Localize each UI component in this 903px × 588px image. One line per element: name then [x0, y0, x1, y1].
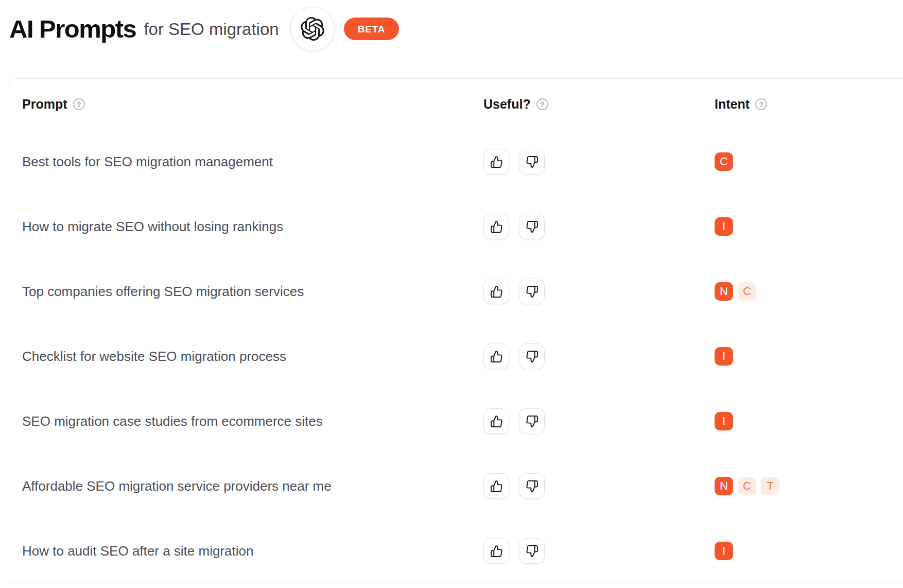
thumbs-down-icon	[526, 545, 539, 558]
table-bottom-divider	[8, 583, 903, 583]
prompt-cell: Affordable SEO migration service provide…	[22, 478, 483, 494]
prompt-cell: How to audit SEO after a site migration	[22, 543, 483, 559]
thumbs-down-button[interactable]	[519, 149, 545, 175]
thumbs-down-button[interactable]	[519, 473, 545, 499]
page-subtitle: for SEO migration	[144, 21, 279, 38]
thumbs-down-icon	[526, 285, 539, 298]
useful-cell	[483, 408, 715, 434]
prompt-cell: Checklist for website SEO migration proc…	[22, 349, 483, 365]
intent-badge-i: I	[715, 542, 733, 560]
intent-badge-i: I	[715, 412, 733, 430]
table-row: How to audit SEO after a site migration …	[8, 518, 903, 583]
thumbs-up-button[interactable]	[483, 343, 509, 369]
page-header: AI Prompts for SEO migration BETA	[9, 5, 399, 53]
prompts-card: Prompt ? Useful? ? Intent ? Best tools f…	[8, 78, 903, 588]
intent-badge-t: T	[761, 477, 779, 495]
prompt-cell: Top companies offering SEO migration ser…	[22, 284, 483, 300]
thumbs-down-icon	[526, 480, 539, 493]
useful-cell	[483, 343, 715, 369]
thumbs-down-button[interactable]	[519, 408, 545, 434]
thumbs-up-icon	[490, 480, 503, 493]
beta-badge: BETA	[344, 18, 400, 40]
intent-cell: I	[715, 542, 903, 560]
intent-badge-i: I	[715, 217, 733, 236]
prompt-text: How to audit SEO after a site migration	[22, 543, 253, 559]
intent-badge-i: I	[715, 347, 733, 366]
thumbs-up-button[interactable]	[483, 214, 509, 239]
useful-cell	[483, 279, 715, 304]
thumbs-up-button[interactable]	[483, 149, 509, 175]
column-intent: Intent ?	[715, 97, 903, 112]
intent-cell: I	[715, 412, 903, 430]
table-row: Best tools for SEO migration management …	[8, 129, 903, 194]
ai-prompts-page: AI Prompts for SEO migration BETA Prompt…	[0, 0, 903, 588]
table-body: Best tools for SEO migration management …	[8, 129, 903, 583]
prompt-text: Checklist for website SEO migration proc…	[22, 349, 286, 364]
intent-badge-n: N	[715, 282, 733, 301]
prompt-cell: Best tools for SEO migration management	[22, 154, 483, 170]
useful-cell	[483, 538, 715, 564]
table-row: Top companies offering SEO migration ser…	[8, 259, 903, 324]
thumbs-up-button[interactable]	[483, 473, 509, 499]
column-prompt: Prompt ?	[22, 97, 483, 112]
prompt-text: SEO migration case studies from ecommerc…	[22, 413, 323, 429]
intent-badge-c: C	[738, 282, 756, 301]
intent-cell: I	[715, 347, 903, 366]
intent-badge-c: C	[738, 477, 756, 495]
table-header: Prompt ? Useful? ? Intent ?	[8, 79, 903, 129]
intent-cell: NCT	[715, 477, 903, 495]
prompt-cell: How to migrate SEO without losing rankin…	[22, 219, 483, 235]
column-useful: Useful? ?	[483, 97, 715, 112]
thumbs-up-button[interactable]	[483, 408, 509, 434]
intent-cell: NC	[715, 282, 903, 301]
thumbs-down-icon	[526, 350, 539, 363]
useful-cell	[483, 214, 715, 239]
column-label-useful: Useful?	[483, 97, 531, 112]
thumbs-down-icon	[526, 155, 539, 168]
useful-help-icon[interactable]: ?	[536, 98, 548, 110]
thumbs-up-button[interactable]	[483, 538, 509, 564]
thumbs-up-button[interactable]	[483, 279, 509, 304]
thumbs-down-button[interactable]	[519, 279, 545, 304]
column-label-intent: Intent	[715, 97, 750, 112]
intent-cell: C	[715, 152, 903, 171]
table-row: Affordable SEO migration service provide…	[8, 454, 903, 518]
openai-logo-icon	[290, 7, 335, 51]
intent-badge-n: N	[715, 477, 733, 495]
page-title: AI Prompts	[9, 16, 136, 42]
intent-cell: I	[715, 217, 903, 236]
prompt-text: Best tools for SEO migration management	[22, 154, 273, 169]
thumbs-down-icon	[526, 415, 539, 428]
thumbs-down-icon	[526, 220, 539, 233]
thumbs-down-button[interactable]	[519, 214, 545, 239]
thumbs-up-icon	[490, 350, 503, 363]
intent-badge-c: C	[715, 152, 733, 171]
thumbs-up-icon	[490, 545, 503, 558]
prompt-cell: SEO migration case studies from ecommerc…	[22, 413, 483, 429]
intent-help-icon[interactable]: ?	[755, 98, 767, 110]
thumbs-down-button[interactable]	[519, 343, 545, 369]
prompt-text: Top companies offering SEO migration ser…	[22, 284, 304, 299]
prompt-help-icon[interactable]: ?	[73, 98, 85, 110]
table-row: SEO migration case studies from ecommerc…	[8, 389, 903, 454]
useful-cell	[483, 149, 715, 175]
thumbs-up-icon	[490, 220, 503, 233]
prompt-text: How to migrate SEO without losing rankin…	[22, 219, 283, 234]
thumbs-down-button[interactable]	[519, 538, 545, 564]
table-row: Checklist for website SEO migration proc…	[8, 324, 903, 389]
useful-cell	[483, 473, 715, 499]
table-row: How to migrate SEO without losing rankin…	[8, 194, 903, 259]
thumbs-up-icon	[490, 285, 503, 298]
column-label-prompt: Prompt	[22, 97, 67, 112]
thumbs-up-icon	[490, 155, 503, 168]
prompt-text: Affordable SEO migration service provide…	[22, 478, 332, 494]
thumbs-up-icon	[490, 415, 503, 428]
